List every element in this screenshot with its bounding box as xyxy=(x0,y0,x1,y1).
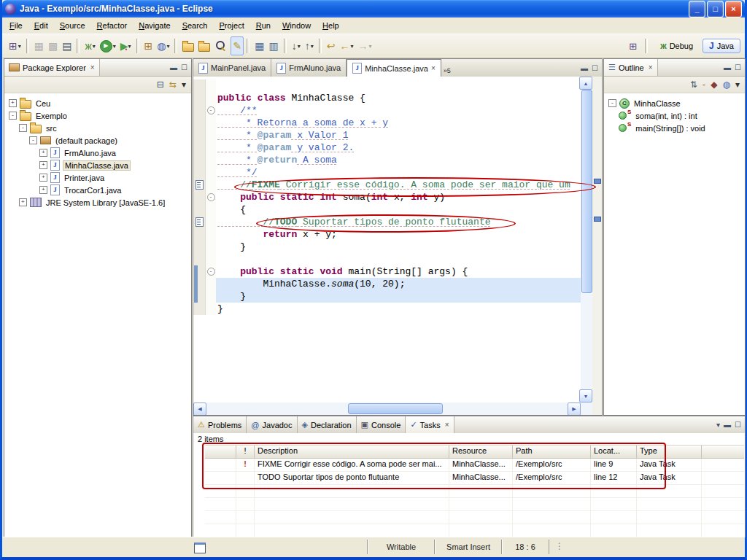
folding-ruler[interactable] xyxy=(206,303,216,315)
close-tab-icon[interactable]: × xyxy=(445,421,449,429)
code-text[interactable]: * @param y valor 2. xyxy=(216,141,602,154)
annotation-ruler[interactable] xyxy=(193,166,206,179)
column-header-locat[interactable]: Locat... xyxy=(591,446,637,458)
code-text[interactable]: return x + y; xyxy=(216,228,602,241)
menu-project[interactable]: Project xyxy=(214,19,250,32)
java-package-icon[interactable] xyxy=(180,36,196,55)
tab-problems[interactable]: ⚠Problems xyxy=(193,416,247,433)
column-header-blank[interactable] xyxy=(205,446,236,458)
column-header-resource[interactable]: Resource xyxy=(449,446,513,458)
menu-refactor[interactable]: Refactor xyxy=(91,19,133,32)
column-header-[interactable]: ! xyxy=(236,446,255,458)
vertical-scroll-thumb[interactable] xyxy=(581,90,592,293)
horizontal-scroll-thumb[interactable] xyxy=(348,403,442,414)
minimize-view-icon[interactable]: ▬ xyxy=(170,63,177,71)
back-icon[interactable]: ←▾ xyxy=(337,36,355,55)
view-menu-icon[interactable]: ▾ xyxy=(182,80,186,89)
expand-icon[interactable]: + xyxy=(39,186,47,194)
maximize-window-button[interactable]: □ xyxy=(707,1,724,18)
folding-ruler[interactable] xyxy=(206,241,216,253)
mark-occurrences-icon[interactable]: ✎ xyxy=(231,36,244,55)
code-editor[interactable]: public class MinhaClasse {- /** * Retorn… xyxy=(193,77,602,415)
outline-item-main-string-void[interactable]: Smain(String[]) : void xyxy=(604,122,745,134)
tab-tasks[interactable]: ✓Tasks× xyxy=(406,416,454,433)
code-text[interactable]: * @param x Valor 1 xyxy=(216,129,602,141)
folding-ruler[interactable] xyxy=(206,154,216,166)
tree-item-jre-system-library-javase-1-6[interactable]: +JRE System Library [JavaSE-1.6] xyxy=(4,196,191,209)
hide-nonpublic-icon[interactable]: ◍ xyxy=(722,80,729,89)
collapse-icon[interactable]: - xyxy=(608,99,616,107)
outline-item-minhaclasse[interactable]: -CMinhaClasse xyxy=(604,97,745,109)
tree-item-ceu[interactable]: +Ceu xyxy=(4,97,191,109)
prev-annotation-icon[interactable]: ↑▾ xyxy=(303,36,316,55)
tab-javadoc[interactable]: @Javadoc xyxy=(247,416,297,433)
code-text[interactable]: public static int soma(int x, int y) xyxy=(216,191,602,203)
annotation-ruler[interactable] xyxy=(193,179,206,191)
folding-ruler[interactable] xyxy=(206,290,216,303)
folding-ruler[interactable] xyxy=(206,129,216,141)
expand-icon[interactable]: + xyxy=(39,174,47,182)
hide-static-icon[interactable]: ◆ xyxy=(711,80,717,89)
maximize-view-icon[interactable]: ☐ xyxy=(592,64,598,72)
horizontal-scrollbar[interactable]: ◀▶ xyxy=(193,402,581,415)
folding-ruler[interactable] xyxy=(206,278,216,290)
folding-ruler[interactable] xyxy=(206,179,216,191)
code-text[interactable] xyxy=(216,253,602,265)
annotation-ruler[interactable] xyxy=(193,104,206,117)
code-text[interactable]: /** xyxy=(216,104,602,117)
close-tab-icon[interactable]: × xyxy=(431,64,436,72)
outline-tab[interactable]: ☰ Outline × xyxy=(604,59,658,76)
tree-item-default-package[interactable]: -(default package) xyxy=(4,134,191,147)
new-java-project-icon[interactable]: ⊞ xyxy=(142,36,155,55)
view-menu-icon[interactable]: ▾ xyxy=(735,80,740,89)
menu-navigate[interactable]: Navigate xyxy=(133,19,176,32)
sort-icon[interactable]: ⇅ xyxy=(690,80,697,89)
code-text[interactable]: */ xyxy=(216,166,602,179)
view-menu-icon[interactable]: ▾ xyxy=(716,421,720,429)
show-source-icon[interactable]: ▦ xyxy=(252,36,266,55)
tree-item-src[interactable]: -src xyxy=(4,122,191,134)
tree-item-exemplo[interactable]: -Exemplo xyxy=(4,109,191,122)
folding-ruler[interactable] xyxy=(206,117,216,129)
annotation-ruler[interactable] xyxy=(193,216,206,228)
folding-ruler[interactable]: - xyxy=(206,104,216,117)
perspective-debug-button[interactable]: жDebug xyxy=(654,39,700,53)
tree-item-frmaluno-java[interactable]: +JFrmAluno.java xyxy=(4,147,191,159)
folding-ruler[interactable] xyxy=(206,166,216,179)
task-overview-marker[interactable] xyxy=(594,179,601,184)
code-text[interactable]: } xyxy=(216,241,602,253)
annotation-ruler[interactable] xyxy=(193,278,206,290)
search-icon[interactable] xyxy=(212,36,231,55)
folding-ruler[interactable] xyxy=(206,228,216,241)
open-browser-icon[interactable]: ◍▾ xyxy=(155,36,171,55)
annotation-ruler[interactable] xyxy=(193,129,206,141)
code-text[interactable]: { xyxy=(216,203,602,216)
package-explorer-tab[interactable]: Package Explorer × xyxy=(4,59,100,76)
editor-tab-overflow[interactable]: »5 xyxy=(441,59,453,77)
folding-ruler[interactable]: - xyxy=(206,265,216,278)
maximize-view-icon[interactable]: ☐ xyxy=(735,63,741,71)
tree-item-trocarcor1-java[interactable]: +JTrocarCor1.java xyxy=(4,184,191,196)
expand-icon[interactable]: + xyxy=(39,161,47,169)
code-text[interactable]: public class MinhaClasse { xyxy=(216,92,602,104)
menu-edit[interactable]: Edit xyxy=(28,19,54,32)
tree-item-minhaclasse-java[interactable]: +JMinhaClasse.java xyxy=(4,159,191,171)
outline-item-soma-int-int-int[interactable]: Ssoma(int, int) : int xyxy=(604,109,745,122)
maximize-view-icon[interactable]: ☐ xyxy=(181,63,187,71)
code-text[interactable]: //FIXME Corrigir esse código. A soma pod… xyxy=(216,179,602,191)
column-header-description[interactable]: Description xyxy=(255,446,449,458)
scroll-left-icon[interactable]: ◀ xyxy=(193,402,206,415)
folding-ruler[interactable] xyxy=(206,92,216,104)
collapse-all-icon[interactable]: ⊟ xyxy=(157,80,164,89)
editor-tab-frmaluno-java[interactable]: JFrmAluno.java xyxy=(271,59,347,77)
annotation-ruler[interactable] xyxy=(193,79,206,92)
column-header-type[interactable]: Type xyxy=(637,446,702,458)
expand-icon[interactable]: + xyxy=(9,99,17,107)
task-overview-marker[interactable] xyxy=(594,217,601,222)
show-hierarchy-icon[interactable]: ▥ xyxy=(266,36,280,55)
title-bar[interactable]: Java - Exemplo/src/MinhaClasse.java - Ec… xyxy=(2,0,745,18)
print-icon[interactable]: ▤ xyxy=(60,36,74,55)
next-annotation-icon[interactable]: ↓▾ xyxy=(290,36,303,55)
annotation-ruler[interactable] xyxy=(193,92,206,104)
tab-console[interactable]: ▣Console xyxy=(357,416,406,433)
